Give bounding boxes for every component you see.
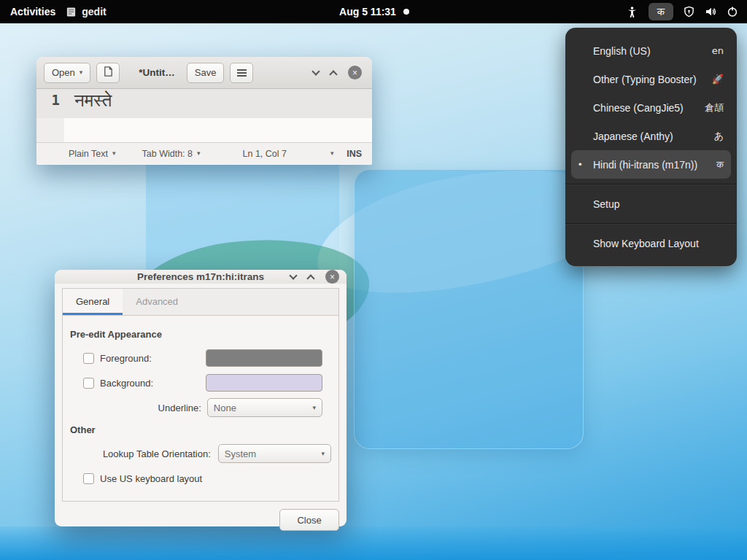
new-document-icon	[103, 66, 114, 79]
cursor-position-label: Ln 1, Col 7	[243, 149, 287, 159]
ime-item-badge: 倉頡	[705, 101, 724, 114]
minimize-icon[interactable]	[289, 271, 297, 279]
language-selector[interactable]: Plain Text ▾	[64, 149, 120, 159]
focused-app-menu[interactable]: gedit	[66, 6, 106, 18]
background-checkbox[interactable]	[83, 378, 94, 389]
close-icon: ×	[352, 69, 357, 77]
ime-item-english-us[interactable]: English (US) en	[571, 36, 731, 65]
top-bar: Activities gedit Aug 5 11:31 क	[0, 0, 747, 23]
hamburger-icon	[237, 72, 247, 74]
section-other: Other	[70, 424, 331, 435]
close-icon: ×	[330, 273, 335, 281]
window-title: *Untit…	[139, 67, 175, 78]
show-keyboard-layout-item[interactable]: Show Keyboard Layout	[571, 229, 731, 257]
tab-general[interactable]: General	[63, 289, 123, 315]
save-button-label: Save	[195, 67, 217, 78]
ime-item-badge: 🚀	[712, 74, 724, 85]
tab-bar: General Advanced	[63, 289, 338, 316]
ime-item-badge: क	[716, 159, 724, 171]
gedit-statusbar: Plain Text ▾ Tab Width: 8 ▾ Ln 1, Col 7 …	[36, 142, 372, 164]
prefs-headerbar: Preferences m17n:hi:itrans ×	[55, 270, 347, 284]
input-method-indicator[interactable]: क	[649, 3, 673, 20]
shield-icon[interactable]	[684, 6, 694, 18]
ime-setup-label: Setup	[593, 198, 724, 210]
ime-item-hindi-itrans[interactable]: • Hindi (hi-itrans (m17n)) क	[571, 150, 731, 179]
underline-label: Underline:	[83, 402, 207, 413]
chevron-down-icon: ▾	[112, 150, 116, 157]
line-number: 1	[36, 92, 60, 108]
menu-button[interactable]	[230, 63, 253, 83]
prefs-notebook: General Advanced Pre-edit Appearance For…	[62, 288, 339, 502]
input-method-badge: क	[657, 6, 665, 18]
ime-item-badge: en	[712, 45, 724, 56]
power-icon[interactable]	[727, 6, 738, 18]
volume-icon[interactable]	[705, 6, 716, 18]
text-editor-area[interactable]: 1 नमस्ते	[36, 89, 372, 142]
underline-value: None	[214, 402, 236, 413]
ime-item-label: Chinese (CangJie5)	[593, 102, 705, 114]
ime-setup-item[interactable]: Setup	[571, 190, 731, 218]
background-label: Background:	[100, 378, 153, 389]
close-window-button[interactable]: ×	[348, 66, 362, 79]
language-label: Plain Text	[69, 149, 108, 159]
show-keyboard-layout-label: Show Keyboard Layout	[593, 238, 724, 249]
foreground-label: Foreground:	[100, 353, 152, 364]
tab-width-selector[interactable]: Tab Width: 8 ▾	[138, 149, 205, 159]
new-document-button[interactable]	[96, 63, 120, 83]
ibus-preferences-dialog: Preferences m17n:hi:itrans × General Adv…	[55, 270, 347, 526]
ime-item-label: Other (Typing Booster)	[593, 74, 712, 85]
chevron-down-icon: ▾	[80, 69, 83, 76]
ime-item-badge: あ	[714, 130, 724, 143]
chevron-down-icon: ▾	[197, 150, 201, 157]
close-button[interactable]: Close	[279, 509, 339, 531]
cursor-position[interactable]: Ln 1, Col 7	[239, 149, 291, 159]
maximize-icon[interactable]	[306, 274, 314, 282]
ime-item-label: Japanese (Anthy)	[593, 131, 714, 142]
ime-item-label: English (US)	[593, 45, 712, 57]
lookup-orientation-dropdown[interactable]: System ▾	[218, 444, 331, 463]
tab-advanced[interactable]: Advanced	[123, 289, 191, 315]
chevron-down-icon[interactable]: ▾	[330, 150, 334, 157]
gedit-window: Open ▾ *Untit… Save × 1 नमस्ते P	[36, 57, 372, 165]
clock-label: Aug 5 11:31	[339, 6, 396, 18]
lookup-orientation-label: Lookup Table Orientation:	[83, 448, 217, 459]
app-name-label: gedit	[82, 6, 106, 18]
ime-item-chinese-cangjie5[interactable]: Chinese (CangJie5) 倉頡	[571, 93, 731, 122]
background-color-swatch[interactable]	[206, 374, 322, 392]
chevron-down-icon: ▾	[321, 451, 325, 457]
selected-dot-icon: •	[578, 159, 593, 170]
gedit-app-icon	[66, 7, 77, 18]
maximize-icon[interactable]	[329, 70, 337, 78]
lookup-orientation-value: System	[225, 448, 256, 459]
gedit-headerbar: Open ▾ *Untit… Save ×	[36, 57, 372, 89]
input-method-menu: English (US) en Other (Typing Booster) 🚀…	[565, 28, 737, 266]
screen-recording-indicator	[403, 9, 409, 15]
foreground-checkbox[interactable]	[83, 353, 94, 364]
save-button[interactable]: Save	[187, 63, 225, 83]
activities-button[interactable]: Activities	[10, 6, 55, 18]
close-button-label: Close	[297, 515, 321, 526]
ime-item-typing-booster[interactable]: Other (Typing Booster) 🚀	[571, 65, 731, 93]
accessibility-icon[interactable]	[626, 6, 638, 18]
chevron-down-icon: ▾	[312, 405, 316, 411]
ime-item-label: Hindi (hi-itrans (m17n))	[593, 159, 716, 171]
ime-item-japanese-anthy[interactable]: Japanese (Anthy) あ	[571, 122, 731, 150]
us-keyboard-label: Use US keyboard layout	[100, 473, 202, 484]
open-button[interactable]: Open ▾	[44, 63, 90, 83]
us-keyboard-checkbox[interactable]	[83, 473, 94, 484]
wallpaper-shape	[354, 169, 584, 449]
menu-separator	[565, 184, 737, 184]
menu-separator	[565, 223, 737, 224]
underline-dropdown[interactable]: None ▾	[207, 398, 322, 417]
foreground-color-swatch[interactable]	[206, 349, 322, 367]
open-button-label: Open	[52, 67, 75, 78]
close-dialog-button[interactable]: ×	[325, 270, 339, 284]
tab-width-label: Tab Width: 8	[142, 149, 193, 159]
document-text: नमस्ते	[74, 90, 112, 111]
clock-menu[interactable]: Aug 5 11:31	[339, 6, 409, 18]
overwrite-mode-indicator: INS	[347, 149, 362, 159]
minimize-icon[interactable]	[311, 67, 320, 75]
section-preedit-appearance: Pre-edit Appearance	[70, 329, 331, 340]
